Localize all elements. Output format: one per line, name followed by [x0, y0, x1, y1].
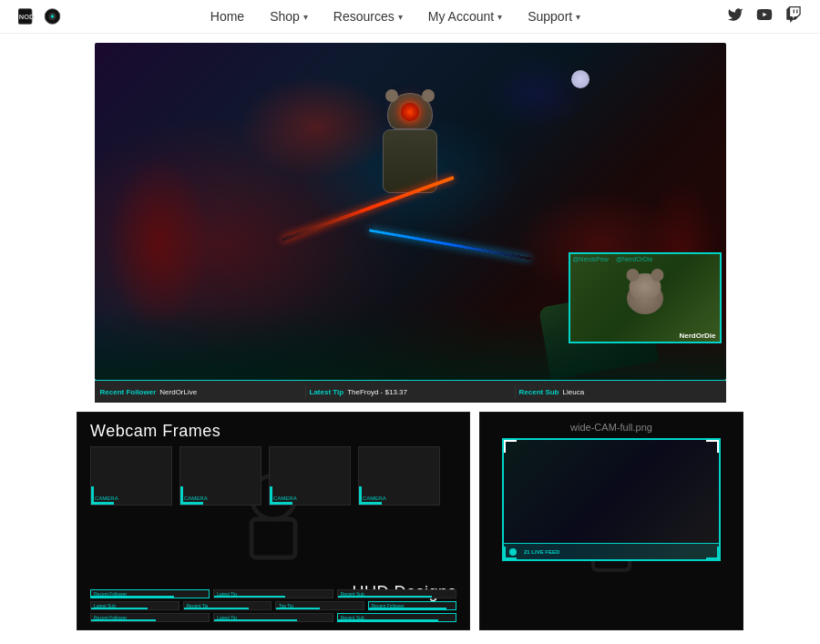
nav-resources[interactable]: Resources ▾	[333, 9, 403, 24]
nav-myaccount[interactable]: My Account ▾	[428, 9, 502, 24]
hud-bars: Recent Follower Latest Tip Recent Sub La…	[77, 589, 469, 629]
hud-bar-2-2: Recent Tip	[183, 601, 272, 610]
hud-bar-1-2: Latest Tip	[213, 589, 333, 598]
hud-fill-3-2	[214, 619, 297, 621]
twitter-icon[interactable]	[727, 6, 743, 26]
frame-label-4: CAMERA	[363, 496, 386, 501]
hud-fill-1-1	[91, 596, 174, 598]
koala-head	[629, 273, 661, 301]
hud-bar-1-3: Recent Sub	[337, 589, 456, 598]
bar-value-follower: NerdOrLive	[159, 388, 197, 396]
cam-corner-tr	[706, 440, 719, 453]
frame-label-1: CAMERA	[95, 496, 118, 501]
wide-cam-bottom-bar: 21 LIVE FEED	[504, 543, 719, 559]
hud-bar-1-1: Recent Follower	[90, 589, 210, 598]
webcam-frames-row: CAMERA CAMERA CAMERA CAMERA	[77, 446, 469, 506]
koala-ear-right	[651, 269, 663, 281]
twitch-icon[interactable]	[785, 6, 802, 26]
webcam-twitch-handle: @NerdOrDie	[616, 256, 653, 262]
hud-fill-2-1	[91, 608, 148, 609]
laser-red	[282, 176, 454, 241]
hud-bar-2-1: Latest Sub	[90, 601, 179, 610]
bar-item-tip: Latest Tip TheFroyd - $13.37	[310, 388, 511, 396]
webcam-brand: NerdOrDie	[679, 332, 715, 340]
hud-bar-3-2: Latest Tip	[213, 613, 333, 622]
wide-cam-inner	[504, 440, 719, 559]
bar-label-sub: Recent Sub	[519, 388, 563, 396]
webcam-frames-title: Webcam Frames	[77, 413, 469, 446]
hud-row-3: Recent Follower Latest Tip Recent Sub	[90, 613, 456, 622]
frame-box-3: CAMERA	[269, 446, 351, 506]
robot-ear-left	[385, 89, 398, 102]
logo[interactable]: NOD	[18, 4, 64, 29]
hud-row-2: Latest Sub Recent Tip Top Tip Recent Fol…	[90, 601, 456, 610]
bar-label-follower: Recent Follower	[100, 388, 160, 396]
wide-cam-preview: 21 LIVE FEED	[502, 438, 721, 561]
svg-rect-6	[251, 519, 295, 557]
nav-support-chevron: ▾	[576, 12, 580, 22]
hud-fill-2-4	[369, 608, 447, 609]
robot-eye	[401, 103, 419, 121]
bottom-section: Webcam Frames CAMERA CAMERA CAMERA CAMER…	[0, 403, 820, 639]
bar-value-sub: Lleuca	[563, 388, 585, 396]
bar-item-follower: Recent Follower NerdOrLive	[100, 388, 302, 396]
frame-box-4: CAMERA	[358, 446, 440, 506]
hero-background: @NerdsPew @NerdOrDie NerdOrDie	[95, 43, 726, 380]
youtube-icon[interactable]	[756, 6, 773, 26]
live-feed-label: 21 LIVE FEED	[524, 549, 559, 555]
koala-ear-left	[626, 269, 639, 281]
robot-ear-right	[422, 89, 435, 102]
hud-fill-1-2	[214, 596, 285, 598]
hero-section: @NerdsPew @NerdOrDie NerdOrDie Recent Fo…	[0, 34, 820, 403]
nav-shop-chevron: ▾	[303, 12, 308, 22]
webcam-brand-text: NerdOrDie	[679, 332, 715, 340]
hud-fill-2-3	[276, 608, 320, 609]
card-webcam-frames: Webcam Frames CAMERA CAMERA CAMERA CAMER…	[77, 412, 470, 630]
webcam-content	[570, 254, 720, 342]
hud-bar-2-4: Recent Follower	[368, 601, 457, 610]
hud-bar-3-3: Recent Sub	[337, 613, 456, 622]
nav-home[interactable]: Home	[210, 9, 244, 24]
social-links	[727, 6, 802, 26]
bar-item-sub: Recent Sub Lleuca	[519, 388, 721, 396]
moon	[571, 70, 589, 88]
main-nav: Home Shop ▾ Resources ▾ My Account ▾ Sup…	[210, 9, 580, 24]
hud-row-1: Recent Follower Latest Tip Recent Sub	[90, 589, 456, 598]
nav-myaccount-chevron: ▾	[497, 12, 502, 22]
frame-box-1: CAMERA	[90, 446, 172, 506]
live-dot	[509, 548, 517, 556]
hud-fill-3-1	[91, 619, 156, 621]
koala-character	[618, 273, 672, 323]
nav-resources-chevron: ▾	[398, 12, 403, 22]
webcam-overlay: @NerdsPew @NerdOrDie NerdOrDie	[569, 252, 722, 343]
hero-inner: @NerdsPew @NerdOrDie NerdOrDie Recent Fo…	[95, 43, 726, 403]
bar-value-tip: TheFroyd - $13.37	[347, 388, 407, 396]
robot-head	[387, 93, 433, 129]
webcam-twitter-handle: @NerdsPew	[573, 256, 609, 262]
bar-divider-2	[515, 385, 516, 398]
svg-point-4	[51, 15, 54, 17]
hud-fill-3-3	[338, 619, 438, 621]
frame-label-3: CAMERA	[273, 496, 297, 501]
nav-support[interactable]: Support ▾	[528, 9, 580, 24]
nav-shop[interactable]: Shop ▾	[270, 9, 308, 24]
webcam-watermark: @NerdsPew @NerdOrDie	[573, 256, 653, 262]
hero-bottom-bar: Recent Follower NerdOrLive Latest Tip Th…	[95, 380, 726, 403]
bar-label-tip: Latest Tip	[310, 388, 348, 396]
hud-fill-1-3	[338, 596, 432, 598]
header: NOD Home Shop ▾ Resources ▾ My Account ▾…	[0, 0, 820, 34]
laser-blue	[369, 229, 531, 260]
cam-corner-tl	[504, 440, 517, 453]
hud-bar-3-1: Recent Follower	[90, 613, 210, 622]
card-wide-cam: wide-CAM-full.png 21 LIVE FEED	[479, 412, 743, 630]
hud-bar-2-3: Top Tip	[275, 601, 364, 610]
bar-divider-1	[305, 385, 306, 398]
hud-fill-2-2	[184, 608, 250, 609]
frame-box-2: CAMERA	[179, 446, 261, 506]
svg-text:NOD: NOD	[19, 13, 35, 21]
wide-cam-title: wide-CAM-full.png	[480, 413, 743, 438]
frame-label-2: CAMERA	[184, 496, 208, 501]
